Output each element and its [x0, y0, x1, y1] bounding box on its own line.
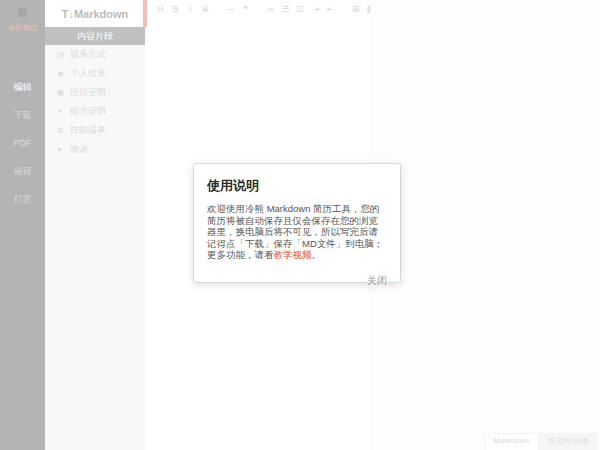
- tutorial-video-link[interactable]: 教学视频: [274, 249, 312, 260]
- modal-body: 欢迎使用冷熊 Markdown 简历工具，您的简历将被自动保存且仅会保存在您的浏…: [207, 203, 387, 261]
- modal-footer: 关闭: [207, 270, 387, 288]
- usage-instructions-modal: 使用说明 欢迎使用冷熊 Markdown 简历工具，您的简历将被自动保存且仅会保…: [193, 163, 401, 283]
- modal-body-suffix: 。: [312, 249, 322, 260]
- modal-title: 使用说明: [207, 177, 387, 195]
- close-button[interactable]: 关闭: [367, 275, 387, 286]
